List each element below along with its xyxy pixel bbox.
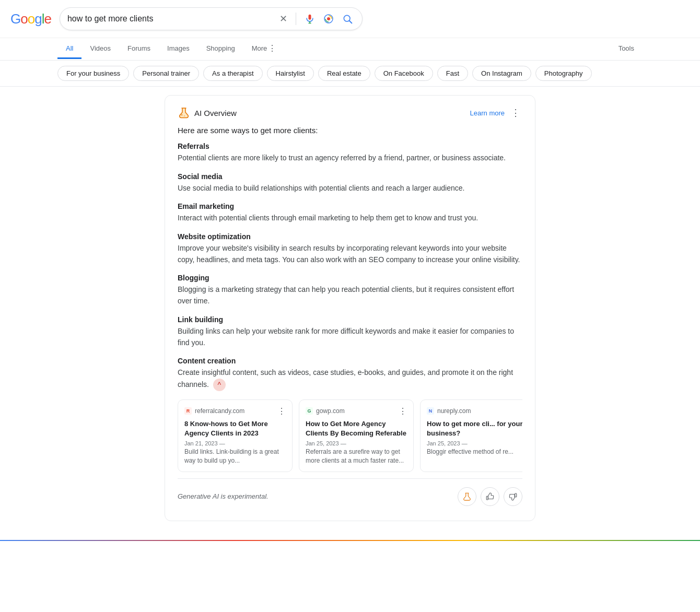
- source-site-3: N nureply.com: [427, 407, 471, 415]
- more-dots-icon: ⋮: [268, 43, 276, 53]
- more-options-button[interactable]: ⋮: [509, 106, 522, 120]
- source-card-desc-2: Referrals are a surefire way to get more…: [306, 448, 407, 465]
- source-domain-1: referralcandy.com: [195, 407, 244, 415]
- section-text-content-creation: Create insightful content, such as video…: [178, 367, 522, 391]
- source-card-nureply[interactable]: N nureply.com ⋮ How to get more cli... f…: [420, 399, 522, 472]
- ai-section-website-optimization: Website optimization Improve your websit…: [178, 232, 522, 265]
- tab-more[interactable]: More ⋮: [243, 38, 285, 60]
- source-site-1: R referralcandy.com: [184, 407, 244, 415]
- svg-rect-11: [486, 496, 488, 500]
- search-submit-button[interactable]: [340, 11, 355, 26]
- section-title-email-marketing: Email marketing: [178, 202, 522, 210]
- source-card-title-3: How to get more cli... for your business…: [427, 419, 522, 438]
- source-card-header-3: N nureply.com ⋮: [427, 406, 522, 416]
- source-card-gowp[interactable]: G gowp.com ⋮ How to Get More Agency Clie…: [299, 399, 414, 472]
- collapse-button[interactable]: ^: [213, 379, 226, 391]
- tab-videos[interactable]: Videos: [81, 39, 119, 59]
- chip-on-facebook[interactable]: On Facebook: [375, 66, 433, 81]
- source-card-date-3: Jan 25, 2023 —: [427, 440, 522, 446]
- ai-section-referrals: Referrals Potential clients are more lik…: [178, 142, 522, 164]
- source-card-header-2: G gowp.com ⋮: [306, 406, 407, 416]
- svg-rect-0: [308, 15, 311, 20]
- ai-section-social-media: Social media Use social media to build r…: [178, 172, 522, 194]
- ai-section-content-creation: Content creation Create insightful conte…: [178, 357, 522, 391]
- svg-point-8: [181, 114, 183, 116]
- chip-personal-trainer[interactable]: Personal trainer: [133, 66, 199, 81]
- section-text-blogging: Blogging is a marketing strategy that ca…: [178, 284, 522, 307]
- chip-as-a-therapist[interactable]: As a therapist: [203, 66, 263, 81]
- feedback-flask-button[interactable]: [458, 487, 476, 506]
- section-title-website-optimization: Website optimization: [178, 232, 522, 241]
- favicon-nureply: N: [427, 407, 434, 415]
- header: Google ✕: [0, 0, 700, 38]
- filter-chips: For your business Personal trainer As a …: [0, 61, 700, 87]
- section-title-referrals: Referrals: [178, 142, 522, 150]
- ai-overview-actions: Learn more ⋮: [470, 106, 522, 120]
- tab-images[interactable]: Images: [159, 39, 198, 59]
- source-card-title-1: 8 Know-hows to Get More Agency Clients i…: [184, 419, 286, 438]
- chip-real-estate[interactable]: Real estate: [318, 66, 370, 81]
- feedback-flask-icon: [462, 492, 472, 501]
- microphone-icon: [305, 14, 315, 24]
- nav-tabs: All Videos Forums Images Shopping More ⋮…: [0, 38, 700, 61]
- ai-intro: Here are some ways to get more clients:: [178, 126, 522, 135]
- svg-line-6: [349, 21, 352, 23]
- favicon-gowp: G: [306, 407, 313, 415]
- ai-title-group: AI Overview: [178, 107, 237, 119]
- lens-icon: [323, 14, 334, 24]
- thumbs-down-button[interactable]: [504, 487, 522, 506]
- tab-forums[interactable]: Forums: [119, 39, 159, 59]
- card-more-button-3[interactable]: ⋮: [520, 406, 522, 416]
- source-card-referralcandy[interactable]: R referralcandy.com ⋮ 8 Know-hows to Get…: [178, 399, 293, 472]
- chip-hairstylist[interactable]: Hairstylist: [267, 66, 314, 81]
- ai-footer-text: Generative AI is experimental.: [178, 492, 269, 500]
- ai-footer: Generative AI is experimental.: [178, 478, 522, 510]
- tab-tools[interactable]: Tools: [610, 39, 643, 59]
- chip-on-instagram[interactable]: On Instagram: [472, 66, 531, 81]
- source-card-header-1: R referralcandy.com ⋮: [184, 406, 286, 416]
- ai-overview-box: AI Overview Learn more ⋮ Here are some w…: [165, 95, 535, 521]
- chip-for-your-business[interactable]: For your business: [57, 66, 129, 81]
- source-domain-2: gowp.com: [316, 407, 345, 415]
- ai-section-link-building: Link building Building links can help yo…: [178, 315, 522, 348]
- card-more-button-1[interactable]: ⋮: [277, 406, 286, 416]
- card-more-button-2[interactable]: ⋮: [399, 406, 407, 416]
- section-text-website-optimization: Improve your website's visibility in sea…: [178, 243, 522, 265]
- section-title-blogging: Blogging: [178, 274, 522, 282]
- search-input[interactable]: [67, 14, 273, 23]
- ai-section-email-marketing: Email marketing Interact with potential …: [178, 202, 522, 224]
- ai-overview-header: AI Overview Learn more ⋮: [178, 106, 522, 120]
- source-cards: R referralcandy.com ⋮ 8 Know-hows to Get…: [178, 399, 522, 472]
- svg-rect-12: [515, 493, 517, 497]
- source-card-date-1: Jan 21, 2023 —: [184, 440, 286, 446]
- section-title-link-building: Link building: [178, 315, 522, 324]
- tab-shopping[interactable]: Shopping: [198, 39, 243, 59]
- learn-more-link[interactable]: Learn more: [470, 109, 505, 117]
- feedback-buttons: [458, 487, 522, 506]
- thumbs-down-icon: [508, 492, 518, 501]
- tab-all[interactable]: All: [57, 39, 81, 59]
- favicon-referralcandy: R: [184, 407, 192, 415]
- bottom-divider: [0, 540, 700, 541]
- source-card-title-2: How to Get More Agency Clients By Becomi…: [306, 419, 407, 438]
- source-card-desc-3: Bloggir effective method of re...: [427, 448, 522, 456]
- source-site-2: G gowp.com: [306, 407, 345, 415]
- section-text-link-building: Building links can help your website ran…: [178, 326, 522, 348]
- search-bar: ✕: [60, 7, 363, 30]
- chip-fast[interactable]: Fast: [437, 66, 468, 81]
- source-domain-3: nureply.com: [437, 407, 471, 415]
- lens-button[interactable]: [321, 11, 336, 26]
- main-content: AI Overview Learn more ⋮ Here are some w…: [154, 87, 546, 540]
- chip-photography[interactable]: Photography: [535, 66, 592, 81]
- clear-button[interactable]: ✕: [277, 11, 289, 27]
- section-text-referrals: Potential clients are more likely to tru…: [178, 152, 522, 164]
- ai-overview-title: AI Overview: [194, 109, 237, 117]
- google-logo[interactable]: Google: [10, 11, 51, 27]
- thumbs-up-button[interactable]: [481, 487, 499, 506]
- svg-point-9: [184, 115, 185, 116]
- source-card-desc-1: Build links. Link-building is a great wa…: [184, 448, 286, 465]
- ai-flask-icon: [178, 107, 190, 119]
- voice-search-button[interactable]: [302, 11, 317, 26]
- section-text-email-marketing: Interact with potential clients through …: [178, 213, 522, 224]
- source-card-date-2: Jan 25, 2023 —: [306, 440, 407, 446]
